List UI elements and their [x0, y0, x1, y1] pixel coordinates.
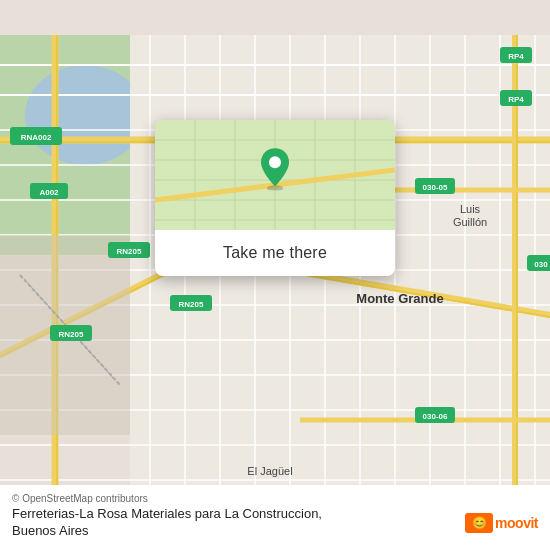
svg-text:Luis: Luis — [460, 203, 481, 215]
moovit-icon: 😊 — [465, 513, 493, 533]
svg-text:A002: A002 — [39, 188, 59, 197]
svg-text:RN205: RN205 — [59, 330, 84, 339]
svg-text:Guillón: Guillón — [453, 216, 487, 228]
map-container: RNA002 RN205 RN205 RN205 A002 RP4 RP4 03… — [0, 0, 550, 550]
place-name-text: Ferreterias-La Rosa Materiales para La C… — [12, 506, 322, 521]
svg-text:RP4: RP4 — [508, 52, 524, 61]
svg-text:RNA002: RNA002 — [21, 133, 52, 142]
svg-text:030-06: 030-06 — [423, 412, 448, 421]
footer: © OpenStreetMap contributors Ferreterias… — [0, 485, 550, 550]
place-name-row: Ferreterias-La Rosa Materiales para La C… — [12, 506, 538, 540]
osm-attribution: © OpenStreetMap contributors — [12, 493, 538, 504]
take-me-there-button[interactable]: Take me there — [223, 240, 327, 266]
svg-text:RN205: RN205 — [179, 300, 204, 309]
moovit-logo: 😊 moovit — [465, 513, 538, 533]
popup-card: Take me there — [155, 120, 395, 276]
svg-text:Monte Grande: Monte Grande — [356, 291, 443, 306]
popup-button-area: Take me there — [155, 230, 395, 276]
svg-text:030: 030 — [534, 260, 548, 269]
svg-point-80 — [269, 156, 281, 168]
moovit-emoji: 😊 — [472, 516, 487, 530]
popup-map-preview — [155, 120, 395, 230]
place-city-text: Buenos Aires — [12, 523, 89, 538]
svg-text:RN205: RN205 — [117, 247, 142, 256]
place-name: Ferreterias-La Rosa Materiales para La C… — [12, 506, 457, 540]
svg-text:El Jagüel: El Jagüel — [247, 465, 292, 477]
svg-text:RP4: RP4 — [508, 95, 524, 104]
location-pin — [257, 146, 293, 194]
moovit-text: moovit — [495, 515, 538, 531]
svg-text:030-05: 030-05 — [423, 183, 448, 192]
svg-point-1 — [25, 65, 145, 165]
